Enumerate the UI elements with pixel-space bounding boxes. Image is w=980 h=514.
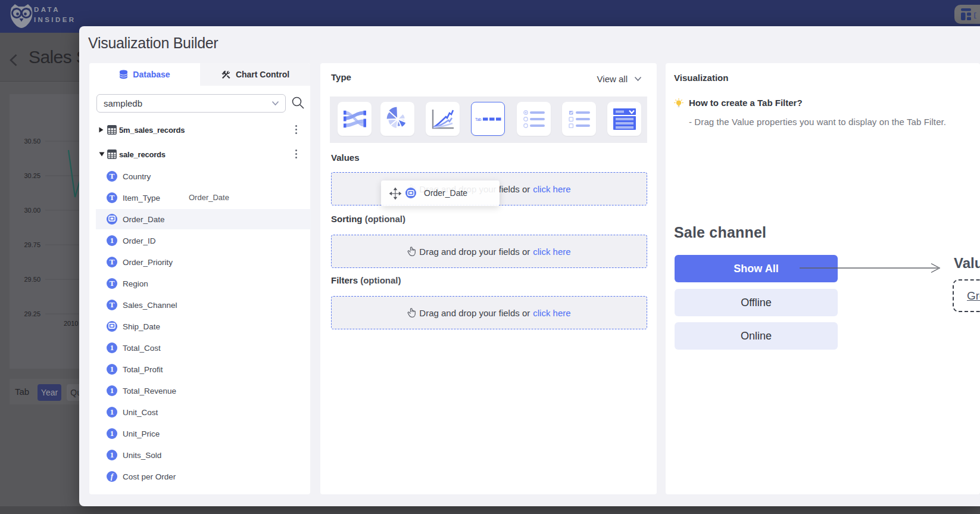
- svg-text:Tab: Tab: [475, 117, 482, 121]
- svg-text:D: D: [973, 10, 976, 20]
- svg-text:2010: 2010: [64, 320, 78, 327]
